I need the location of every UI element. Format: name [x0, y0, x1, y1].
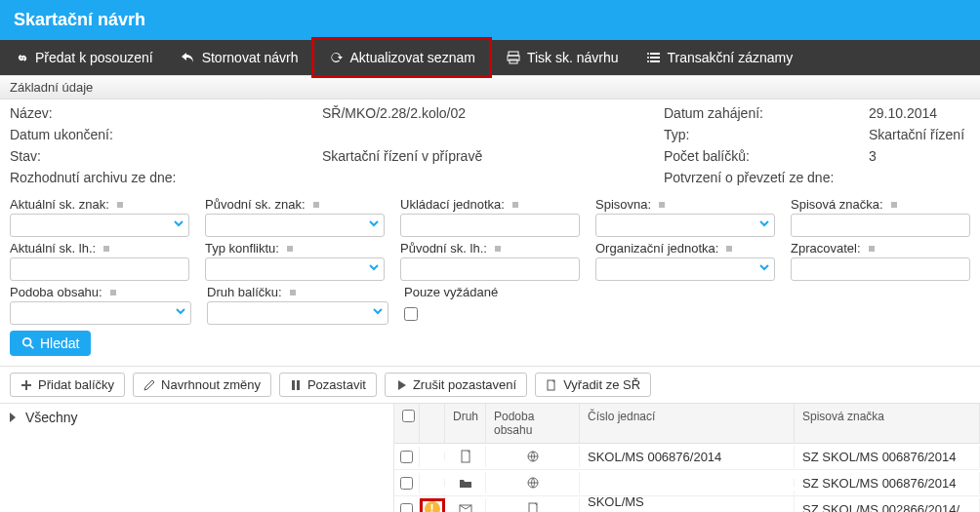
sort-icon	[889, 200, 901, 210]
col-sz[interactable]: Spisová značka	[795, 404, 980, 443]
propose-changes-button[interactable]: Navrhnout změny	[133, 373, 271, 397]
row-druh-cell	[445, 446, 486, 467]
sort-icon	[657, 200, 669, 210]
add-packages-button[interactable]: Přidat balíčky	[10, 373, 125, 397]
package-type-select[interactable]	[207, 301, 388, 325]
window-title: Skartační návrh	[14, 10, 145, 29]
end-date-value	[322, 127, 664, 142]
refresh-icon	[328, 50, 344, 65]
row-warn-cell	[420, 453, 445, 460]
row-podoba-cell	[486, 446, 580, 467]
original-mark-select[interactable]	[205, 214, 385, 237]
transaction-log-button[interactable]: Transakční záznamy	[633, 40, 807, 75]
count-label: Počet balíčků:	[664, 148, 869, 164]
start-date-label: Datum zahájení:	[664, 105, 869, 121]
row-checkbox-cell	[394, 447, 420, 467]
svg-rect-8	[297, 380, 300, 390]
refresh-label: Aktualizovat seznam	[349, 50, 474, 65]
svg-point-4	[647, 57, 649, 59]
tree-panel: Všechny	[0, 404, 394, 512]
sort-icon	[311, 200, 323, 210]
row-checkbox[interactable]	[400, 477, 413, 490]
submit-label: Předat k posouzení	[35, 50, 153, 65]
unpause-label: Zrušit pozastavení	[413, 377, 516, 392]
row-druh-cell	[445, 498, 486, 512]
current-mark-select[interactable]	[10, 214, 189, 237]
svg-point-3	[647, 53, 649, 55]
file-mark-input[interactable]	[791, 214, 970, 237]
search-button[interactable]: Hledat	[10, 331, 91, 356]
warning-icon: !	[425, 501, 440, 512]
tree-item-all[interactable]: Všechny	[10, 410, 384, 425]
row-sz-cell: SZ SKOL/MS 006876/2014	[795, 446, 980, 468]
takeover-confirm-value	[834, 170, 970, 185]
section-basic-data: Základní údaje	[0, 75, 980, 99]
storage-unit-label: Ukládací jednotka:	[400, 197, 505, 212]
content-form-select[interactable]	[10, 301, 191, 325]
pause-label: Pozastavit	[307, 377, 366, 392]
col-druh[interactable]: Druh	[445, 404, 486, 443]
processor-input[interactable]	[791, 257, 970, 281]
end-date-label: Datum ukončení:	[10, 127, 322, 142]
col-cj[interactable]: Číslo jednací	[580, 404, 795, 443]
row-checkbox[interactable]	[400, 503, 413, 513]
row-podoba-cell	[486, 498, 580, 512]
remove-icon	[546, 379, 557, 391]
main-toolbar: Předat k posouzení Stornovat návrh Aktua…	[0, 40, 980, 75]
row-druh-cell	[445, 472, 486, 493]
processor-label: Zpracovatel:	[791, 241, 861, 256]
registry-select[interactable]	[595, 214, 775, 237]
row-checkbox[interactable]	[400, 451, 413, 463]
undo-icon	[181, 50, 196, 65]
row-cj-cell: SKOL/MS 006876/2014	[580, 446, 795, 468]
conflict-type-select[interactable]	[205, 257, 385, 281]
original-period-input[interactable]	[400, 257, 580, 281]
edit-icon	[143, 379, 155, 391]
count-value: 3	[869, 148, 970, 164]
archive-decision-value	[322, 170, 664, 185]
globe-icon	[526, 450, 540, 463]
takeover-confirm-label: Potvrzení o převzetí ze dne:	[664, 170, 834, 185]
remove-label: Vyřadit ze SŘ	[563, 377, 640, 392]
submit-button[interactable]: Předat k posouzení	[0, 40, 167, 75]
col-checkbox[interactable]	[394, 404, 420, 443]
current-period-label: Aktuální sk. lh.:	[10, 241, 96, 256]
name-value: SŘ/MKO/2.28/2.kolo/02	[322, 105, 664, 121]
state-value: Skartační řízení v přípravě	[322, 148, 664, 164]
print-button[interactable]: Tisk sk. návrhu	[492, 40, 633, 75]
conflict-type-label: Typ konfliktu:	[205, 241, 279, 256]
name-label: Název:	[10, 105, 322, 121]
row-podoba-cell	[486, 472, 580, 493]
table-row[interactable]: SKOL/MS 006876/2014SZ SKOL/MS 006876/201…	[394, 444, 980, 470]
play-icon	[395, 379, 407, 391]
log-label: Transakční záznamy	[668, 50, 794, 65]
folder-icon	[459, 476, 472, 490]
link-icon	[14, 50, 29, 65]
doc-icon	[459, 450, 472, 463]
current-mark-label: Aktuální sk. znak:	[10, 197, 109, 212]
current-period-input[interactable]	[10, 257, 189, 281]
sort-icon	[510, 200, 522, 210]
plus-icon	[20, 379, 32, 391]
sort-icon	[867, 244, 878, 254]
doc-icon	[526, 502, 540, 512]
registry-label: Spisovna:	[595, 197, 651, 212]
unpause-button[interactable]: Zrušit pozastavení	[385, 373, 527, 397]
table-row[interactable]: !SKOL/MS 002866/2014OVV/Jen/04SZ SKOL/MS…	[394, 496, 980, 512]
pause-button[interactable]: Pozastavit	[279, 373, 377, 397]
org-unit-select[interactable]	[595, 257, 775, 281]
select-all-checkbox[interactable]	[402, 410, 415, 422]
col-podoba[interactable]: Podoba obsahu	[486, 404, 580, 443]
cancel-proposal-button[interactable]: Stornovat návrh	[167, 40, 312, 75]
search-label: Hledat	[40, 335, 79, 351]
row-warn-cell	[420, 479, 445, 487]
storage-unit-input[interactable]	[400, 214, 580, 237]
refresh-list-button[interactable]: Aktualizovat seznam	[311, 37, 491, 78]
only-requested-checkbox[interactable]	[404, 307, 418, 321]
remove-from-sr-button[interactable]: Vyřadit ze SŘ	[535, 373, 651, 397]
content-form-label: Podoba obsahu:	[10, 285, 102, 299]
sort-icon	[108, 288, 120, 297]
original-mark-label: Původní sk. znak:	[205, 197, 306, 212]
row-sz-cell: SZ SKOL/MS 006876/2014	[795, 472, 980, 494]
sort-icon	[288, 288, 300, 297]
